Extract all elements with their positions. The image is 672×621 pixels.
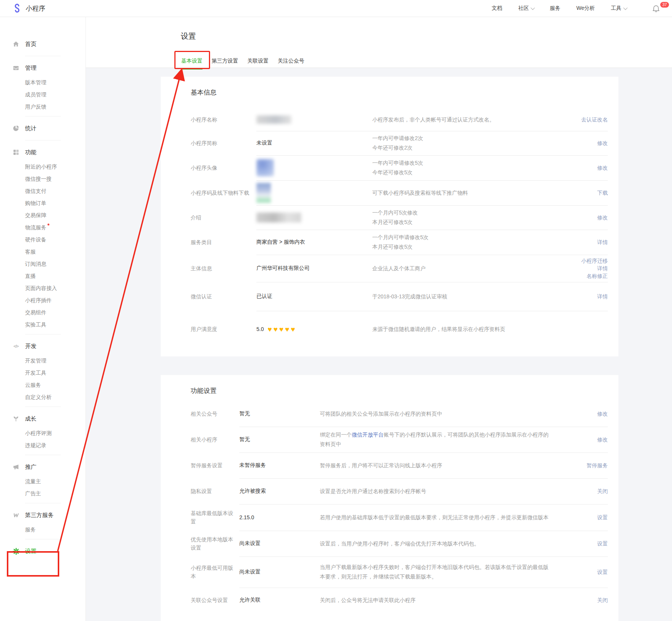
sidebar-item-label: 设置 — [25, 548, 36, 555]
tab-related-settings[interactable]: 关联设置 — [247, 58, 269, 69]
sidebar-item-stats[interactable]: 统计 — [0, 120, 85, 137]
sidebar-item-manage[interactable]: 管理 — [0, 60, 85, 76]
table-row: 微信认证 已认证 于2018-03-13完成微信认证审核 详情 — [191, 282, 608, 311]
modify-link[interactable]: 修改 — [597, 139, 608, 147]
row-value: 暂无 — [239, 410, 320, 417]
nav-tools[interactable]: 工具 — [611, 5, 626, 12]
sidebar-item-home[interactable]: 首页 — [0, 36, 85, 52]
tab-basic-settings[interactable]: 基本设置 — [181, 58, 202, 69]
set-link[interactable]: 设置 — [597, 568, 608, 576]
basic-info-card: 基本信息 小程序名称 小程序发布后，非个人类帐号可通过认证方式改名。 去认证改名… — [161, 77, 618, 356]
satisfaction-score: 5.0 — [256, 326, 264, 332]
download-link[interactable]: 下载 — [597, 189, 608, 197]
pie-chart-icon — [12, 125, 20, 132]
sidebar-item-member-manage[interactable]: 成员管理 — [0, 88, 85, 101]
modify-link[interactable]: 修改 — [597, 214, 608, 221]
nav-service[interactable]: 服务 — [550, 5, 560, 12]
blurred-intro — [256, 213, 301, 222]
details-link[interactable]: 详情 — [597, 293, 608, 300]
modify-link[interactable]: 修改 — [597, 436, 608, 443]
sidebar-item-growth[interactable]: 成长 — [0, 410, 85, 427]
table-row: 小程序码及线下物料下载 可下载小程序码及搜索框等线下推广物料 下载 — [191, 180, 608, 205]
modify-link[interactable]: 修改 — [597, 410, 608, 418]
sidebar-item-page-content[interactable]: 页面内容接入 — [0, 282, 85, 294]
row-value: 未暂停服务 — [239, 462, 320, 469]
sidebar-item-features[interactable]: 功能 — [0, 144, 85, 161]
sidebar-item-nearby[interactable]: 附近的小程序 — [0, 161, 85, 173]
sidebar-item-develop[interactable]: </> 开发 — [0, 338, 85, 355]
rename-link[interactable]: 去认证改名 — [581, 116, 608, 123]
open-platform-link[interactable]: 微信开放平台 — [352, 432, 384, 438]
sidebar-item-customer-service[interactable]: 客服 — [0, 246, 85, 258]
blurred-mp-name — [256, 115, 291, 124]
tab-follow-official-account[interactable]: 关注公众号 — [278, 58, 304, 69]
sidebar-item-shopping-orders[interactable]: 购物订单 — [0, 197, 85, 209]
name-correct-link[interactable]: 名称修正 — [587, 272, 608, 280]
row-label: 优先使用本地版本设置 — [191, 535, 239, 552]
sidebar-item-hardware[interactable]: 硬件设备 — [0, 233, 85, 246]
megaphone-icon — [12, 463, 20, 471]
mini-program-logo-icon — [12, 3, 22, 13]
close-link[interactable]: 关闭 — [597, 596, 608, 604]
sidebar-item-wechat-pay[interactable]: 微信支付 — [0, 185, 85, 197]
row-label: 介绍 — [191, 213, 256, 222]
sidebar-item-trade-guarantee[interactable]: 交易保障 — [0, 209, 85, 221]
bell-icon — [651, 4, 661, 14]
sidebar-item-search[interactable]: 微信搜一搜 — [0, 173, 85, 185]
notifications-button[interactable]: 37 — [651, 3, 669, 15]
set-link[interactable]: 设置 — [597, 540, 608, 547]
set-link[interactable]: 设置 — [597, 514, 608, 521]
sidebar-item-logistics[interactable]: 物流服务 — [0, 221, 85, 233]
row-caption: 若用户使用的基础库版本低于设置的最低版本要求，则无法正常使用小程序，并提示更新微… — [320, 513, 558, 522]
sidebar-item-mp-evaluation[interactable]: 小程序评测 — [0, 427, 85, 439]
row-label: 小程序码及线下物料下载 — [191, 189, 256, 197]
divider — [25, 334, 61, 334]
row-label: 小程序最低可用版本 — [191, 564, 239, 580]
table-row: 优先使用本地版本设置 尚未设置 设置后，当用户使用小程序时，客户端会优先打开本地… — [191, 531, 608, 556]
details-link[interactable]: 详情 — [597, 238, 608, 246]
sidebar-item-label: 成长 — [25, 415, 36, 422]
row-value: 暂无 — [239, 436, 320, 443]
sidebar-item-experiment-tools[interactable]: 实验工具 — [0, 318, 85, 331]
sidebar-item-service[interactable]: 服务 — [0, 523, 85, 536]
tab-third-party-settings[interactable]: 第三方设置 — [212, 58, 238, 69]
grid-icon — [12, 148, 20, 156]
table-row: 小程序最低可用版本 尚未设置 当用户下载最新版本小程序失败时，客户端会打开本地旧… — [191, 556, 608, 588]
sidebar-item-live[interactable]: 直播 — [0, 270, 85, 282]
divider — [25, 503, 61, 503]
table-row: 相关小程序 暂无 绑定在同一个微信开放平台账号下的小程序默认展示，可将团队的其他… — [191, 427, 608, 452]
pause-service-link[interactable]: 暂停服务 — [587, 462, 608, 469]
sidebar-item-label: 功能 — [25, 149, 36, 156]
seedling-icon — [12, 415, 20, 422]
details-link[interactable]: 详情 — [597, 265, 608, 272]
sidebar-item-third-party[interactable]: 第三方服务 — [0, 507, 85, 523]
sidebar-item-subscribe-message[interactable]: 订阅消息 — [0, 258, 85, 270]
sidebar-item-custom-analysis[interactable]: 自定义分析 — [0, 391, 85, 403]
sidebar-item-promotion[interactable]: 推广 — [0, 459, 85, 475]
sidebar-item-trade-component[interactable]: 交易组件 — [0, 306, 85, 318]
row-caption: 小程序发布后，非个人类帐号可通过认证方式改名。 — [372, 115, 558, 125]
sidebar-item-traffic-owner[interactable]: 流量主 — [0, 475, 85, 487]
nav-community[interactable]: 社区 — [518, 5, 534, 12]
sidebar-item-version-manage[interactable]: 版本管理 — [0, 76, 85, 88]
row-value: 未设置 — [256, 140, 372, 147]
sidebar-item-label: 推广 — [25, 463, 36, 471]
sidebar-item-dev-tools[interactable]: 开发工具 — [0, 367, 85, 379]
app-logo[interactable]: 小程序 — [12, 3, 45, 13]
mp-migrate-link[interactable]: 小程序迁移 — [581, 257, 608, 265]
row-caption: 关闭后，公众号将无法申请关联此小程序 — [320, 596, 558, 605]
sidebar-item-settings[interactable]: 设置 — [0, 543, 85, 560]
sidebar-item-advertiser[interactable]: 广告主 — [0, 487, 85, 500]
nav-we-analysis[interactable]: We分析 — [576, 5, 595, 12]
row-value: 商家自营 > 服饰内衣 — [256, 239, 372, 246]
sidebar-item-user-feedback[interactable]: 用户反馈 — [0, 101, 85, 113]
nav-docs[interactable]: 文档 — [492, 5, 502, 12]
modify-link[interactable]: 修改 — [597, 164, 608, 172]
sidebar-item-plugins[interactable]: 小程序插件 — [0, 294, 85, 306]
table-row: 介绍 一个月内可5次修改 本月还可修改5次 修改 — [191, 205, 608, 230]
sidebar-item-dev-manage[interactable]: 开发管理 — [0, 355, 85, 367]
sidebar-item-cloud-service[interactable]: 云服务 — [0, 379, 85, 391]
row-label: 小程序头像 — [191, 164, 256, 172]
close-link[interactable]: 关闭 — [597, 487, 608, 495]
sidebar-item-violation-record[interactable]: 违规记录 — [0, 439, 85, 451]
